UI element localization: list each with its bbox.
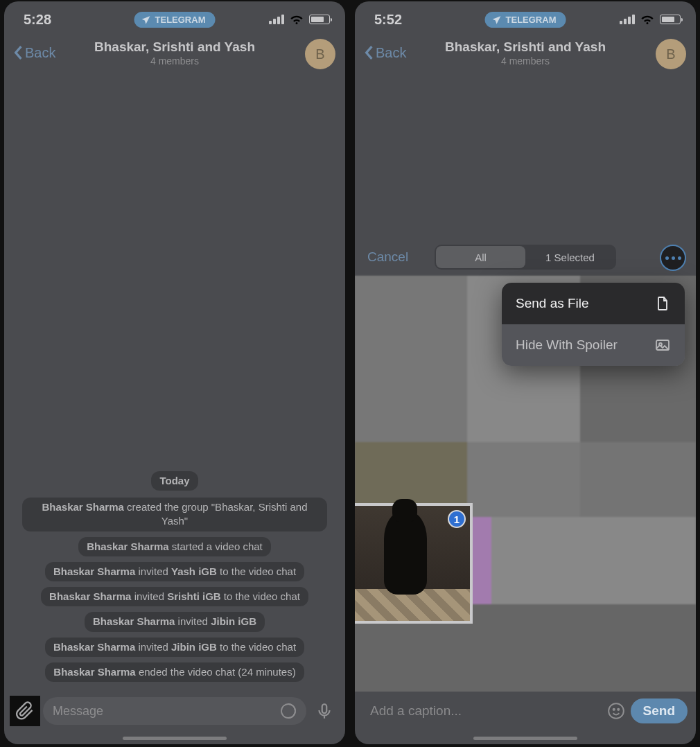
home-indicator[interactable] xyxy=(473,737,577,740)
system-message: Bhaskar Sharma ended the video chat (24 … xyxy=(45,662,304,682)
system-message: Bhaskar Sharma invited Yash iGB to the v… xyxy=(45,562,304,581)
menu-label: Hide With Spoiler xyxy=(516,337,618,353)
chat-title-block[interactable]: Bhaskar, Srishti and Yash 4 members xyxy=(445,39,606,67)
svg-point-5 xyxy=(613,709,614,710)
chat-title-block[interactable]: Bhaskar, Srishti and Yash 4 members xyxy=(94,39,255,67)
system-message: Bhaskar Sharma invited Jibin iGB to the … xyxy=(45,638,304,657)
battery-icon xyxy=(309,15,330,24)
emoji-icon[interactable] xyxy=(607,702,625,720)
chat-subtitle: 4 members xyxy=(445,55,606,67)
attach-button[interactable] xyxy=(10,696,40,726)
paper-plane-icon xyxy=(492,15,502,25)
system-message: Bhaskar Sharma invited Srishti iGB to th… xyxy=(41,587,308,606)
menu-label: Send as File xyxy=(516,296,589,311)
attachment-sheet-header: Cancel All 1 Selected xyxy=(355,241,696,273)
caption-placeholder: Add a caption... xyxy=(370,703,462,719)
chat-title: Bhaskar, Srishti and Yash xyxy=(445,39,606,55)
dog-photo xyxy=(384,511,427,595)
cellular-icon xyxy=(620,15,635,24)
more-options-button[interactable] xyxy=(660,245,686,271)
nav-bar: Back Bhaskar, Srishti and Yash 4 members… xyxy=(4,32,345,73)
input-bar: Message xyxy=(4,692,345,730)
chat-avatar[interactable]: B xyxy=(656,39,686,69)
message-placeholder: Message xyxy=(53,704,103,719)
back-label: Back xyxy=(25,45,55,61)
cancel-button[interactable]: Cancel xyxy=(367,249,408,265)
svg-point-6 xyxy=(618,709,619,710)
status-bar: 5:28 TELEGRAM xyxy=(4,1,345,32)
selection-badge: 1 xyxy=(448,510,466,528)
battery-icon xyxy=(660,15,681,24)
segment-all[interactable]: All xyxy=(436,246,525,268)
caption-bar: Add a caption... Send xyxy=(355,692,696,730)
message-input[interactable]: Message xyxy=(43,697,306,725)
chat-body[interactable]: Today Bhaskar Sharma created the group "… xyxy=(4,73,345,692)
system-message: Bhaskar Sharma started a video chat xyxy=(78,537,271,556)
svg-rect-1 xyxy=(322,704,327,713)
caption-input[interactable]: Add a caption... xyxy=(363,702,625,720)
nav-bar: Back Bhaskar, Srishti and Yash 4 members… xyxy=(355,32,696,73)
send-button[interactable]: Send xyxy=(631,698,688,723)
pill-label: TELEGRAM xyxy=(155,15,206,25)
segment-selected[interactable]: 1 Selected xyxy=(525,246,615,268)
context-menu: Send as File Hide With Spoiler xyxy=(502,283,685,366)
phone-right: 5:52 TELEGRAM Back Bhaskar, Srishti and … xyxy=(355,1,696,744)
album-segmented-control[interactable]: All 1 Selected xyxy=(435,245,616,270)
wifi-icon xyxy=(290,15,304,25)
chevron-left-icon xyxy=(12,45,24,60)
menu-hide-spoiler[interactable]: Hide With Spoiler xyxy=(502,324,685,366)
chevron-left-icon xyxy=(363,45,374,60)
back-button[interactable]: Back xyxy=(12,45,55,61)
back-label: Back xyxy=(376,45,406,61)
menu-send-as-file[interactable]: Send as File xyxy=(502,283,685,324)
back-button[interactable]: Back xyxy=(363,45,406,61)
dots-icon xyxy=(665,256,669,260)
selected-photo-thumb[interactable]: 1 xyxy=(355,506,470,621)
pill-label: TELEGRAM xyxy=(506,15,557,25)
paper-plane-icon xyxy=(141,15,151,25)
chat-subtitle: 4 members xyxy=(94,55,255,67)
status-time: 5:28 xyxy=(24,12,51,28)
chat-avatar[interactable]: B xyxy=(305,39,335,69)
wifi-icon xyxy=(640,15,654,25)
telegram-pill: TELEGRAM xyxy=(485,12,566,28)
status-time: 5:52 xyxy=(374,12,402,28)
chat-title: Bhaskar, Srishti and Yash xyxy=(94,39,255,55)
date-separator: Today xyxy=(151,471,198,491)
mic-icon xyxy=(315,702,333,720)
phone-left: 5:28 TELEGRAM Back Bhaskar, Srishti and … xyxy=(4,1,345,744)
telegram-pill: TELEGRAM xyxy=(134,12,216,28)
system-message: Bhaskar Sharma created the group "Bhaska… xyxy=(22,498,327,531)
cellular-icon xyxy=(269,15,284,24)
paperclip-icon xyxy=(15,701,35,721)
system-messages: Today Bhaskar Sharma created the group "… xyxy=(4,468,345,685)
home-indicator[interactable] xyxy=(123,737,227,740)
spoiler-icon xyxy=(654,337,671,353)
mic-button[interactable] xyxy=(309,696,340,726)
sticker-icon[interactable] xyxy=(280,703,297,719)
svg-point-4 xyxy=(609,703,624,719)
status-bar: 5:52 TELEGRAM xyxy=(355,1,696,32)
system-message: Bhaskar Sharma invited Jibin iGB xyxy=(85,612,265,631)
file-icon xyxy=(654,295,671,312)
